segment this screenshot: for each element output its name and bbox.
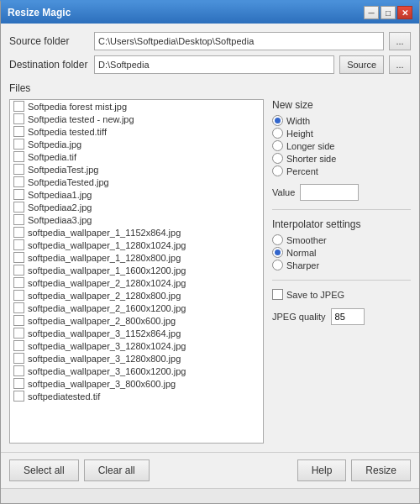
bottom-right-buttons: Help Resize	[297, 459, 411, 481]
file-checkbox[interactable]	[13, 328, 24, 339]
file-checkbox[interactable]	[13, 265, 24, 276]
list-item[interactable]: SoftpediaTested.jpg	[10, 176, 263, 188]
list-item[interactable]: softpedia_wallpaper_2_1600x1200.jpg	[10, 302, 263, 314]
list-item[interactable]: softpedia_wallpaper_3_1600x1200.jpg	[10, 365, 263, 377]
file-name: softpedia_wallpaper_2_1280x800.jpg	[28, 291, 181, 301]
file-checkbox[interactable]	[13, 353, 24, 364]
file-checkbox[interactable]	[13, 365, 24, 376]
right-panel: New size WidthHeightLonger sideShorter s…	[272, 99, 411, 444]
files-section-label: Files	[9, 82, 411, 94]
radio-button[interactable]	[272, 234, 283, 245]
file-checkbox[interactable]	[13, 277, 24, 288]
interpolator-option[interactable]: Normal	[272, 246, 411, 259]
radio-button[interactable]	[272, 153, 283, 164]
main-window: Resize Magic ─ □ ✕ Source folder ... Des…	[0, 0, 420, 504]
file-checkbox[interactable]	[13, 176, 24, 187]
source-folder-label: Source folder	[9, 35, 89, 47]
file-checkbox[interactable]	[13, 239, 24, 250]
content-area: Source folder ... Destination folder Sou…	[1, 24, 419, 452]
resize-button[interactable]: Resize	[351, 459, 411, 481]
file-checkbox[interactable]	[13, 101, 24, 112]
value-label: Value	[272, 187, 295, 197]
bottom-bar: Select all Clear all Help Resize	[1, 452, 419, 488]
list-item[interactable]: Softpedia tested.tiff	[10, 125, 263, 138]
list-item[interactable]: Softpedia tested - new.jpg	[10, 113, 263, 125]
file-checkbox[interactable]	[13, 252, 24, 263]
file-checkbox[interactable]	[13, 139, 24, 150]
jpeg-quality-input[interactable]	[331, 308, 365, 325]
radio-button[interactable]	[272, 165, 283, 176]
file-checkbox[interactable]	[13, 315, 24, 326]
radio-button[interactable]	[272, 260, 283, 270]
list-item[interactable]: softpedia_wallpaper_3_800x600.jpg	[10, 377, 263, 390]
radio-button[interactable]	[272, 128, 283, 139]
radio-label: Smoother	[286, 235, 327, 245]
select-all-button[interactable]: Select all	[9, 459, 79, 481]
maximize-button[interactable]: □	[381, 6, 396, 19]
interpolator-option[interactable]: Smoother	[272, 234, 411, 246]
new-size-option[interactable]: Longer side	[272, 139, 411, 152]
radio-button[interactable]	[272, 247, 283, 258]
source-folder-input[interactable]	[94, 32, 384, 50]
list-item[interactable]: SoftpediaTest.jpg	[10, 163, 263, 176]
file-checkbox[interactable]	[13, 302, 24, 313]
title-bar: Resize Magic ─ □ ✕	[1, 2, 419, 24]
file-list[interactable]: Softpedia forest mist.jpgSoftpedia teste…	[9, 99, 264, 444]
save-jpeg-checkbox[interactable]	[272, 289, 283, 300]
destination-folder-label: Destination folder	[9, 59, 89, 71]
list-item[interactable]: softpedia_wallpaper_1_1280x800.jpg	[10, 251, 263, 264]
list-item[interactable]: Softpedia.jpg	[10, 138, 263, 150]
new-size-option[interactable]: Height	[272, 127, 411, 139]
file-name: SoftpediaTested.jpg	[28, 177, 109, 187]
source-browse-button[interactable]: ...	[389, 32, 411, 50]
file-checkbox[interactable]	[13, 126, 24, 137]
list-item[interactable]: softpediatested.tif	[10, 390, 263, 402]
destination-folder-input[interactable]	[94, 55, 334, 74]
help-button[interactable]: Help	[297, 459, 347, 481]
close-button[interactable]: ✕	[397, 6, 412, 19]
list-item[interactable]: softpedia_wallpaper_2_800x600.jpg	[10, 314, 263, 327]
file-checkbox[interactable]	[13, 164, 24, 175]
minimize-button[interactable]: ─	[364, 6, 379, 19]
radio-button[interactable]	[272, 115, 283, 126]
file-checkbox[interactable]	[13, 214, 24, 225]
file-checkbox[interactable]	[13, 378, 24, 389]
file-checkbox[interactable]	[13, 151, 24, 162]
file-checkbox[interactable]	[13, 290, 24, 301]
list-item[interactable]: softpedia_wallpaper_1_1600x1200.jpg	[10, 264, 263, 276]
file-name: Softpediaa1.jpg	[28, 190, 92, 200]
interpolator-option[interactable]: Sharper	[272, 259, 411, 271]
radio-label: Normal	[286, 248, 316, 258]
list-item[interactable]: softpedia_wallpaper_3_1152x864.jpg	[10, 327, 263, 339]
clear-all-button[interactable]: Clear all	[84, 459, 150, 481]
file-checkbox[interactable]	[13, 113, 24, 124]
value-input[interactable]	[300, 184, 359, 201]
new-size-option[interactable]: Shorter side	[272, 152, 411, 165]
list-item[interactable]: Softpedia.tif	[10, 150, 263, 163]
new-size-option[interactable]: Width	[272, 114, 411, 127]
radio-button[interactable]	[272, 140, 283, 151]
source-button[interactable]: Source	[339, 55, 384, 74]
file-checkbox[interactable]	[13, 189, 24, 200]
list-item[interactable]: Softpediaa2.jpg	[10, 201, 263, 213]
file-checkbox[interactable]	[13, 202, 24, 213]
file-checkbox[interactable]	[13, 391, 24, 402]
list-item[interactable]: Softpedia forest mist.jpg	[10, 100, 263, 113]
list-item[interactable]: softpedia_wallpaper_3_1280x1024.jpg	[10, 339, 263, 352]
radio-label: Shorter side	[286, 154, 336, 164]
window-title: Resize Magic	[8, 7, 71, 18]
file-checkbox[interactable]	[13, 227, 24, 238]
radio-label: Percent	[286, 166, 318, 176]
list-item[interactable]: softpedia_wallpaper_2_1280x1024.jpg	[10, 276, 263, 289]
destination-browse-button[interactable]: ...	[389, 55, 411, 74]
list-item[interactable]: softpedia_wallpaper_1_1152x864.jpg	[10, 226, 263, 239]
list-item[interactable]: softpedia_wallpaper_2_1280x800.jpg	[10, 289, 263, 302]
radio-label: Width	[286, 116, 310, 126]
list-item[interactable]: Softpediaa3.jpg	[10, 213, 263, 226]
file-checkbox[interactable]	[13, 340, 24, 351]
radio-label: Longer side	[286, 141, 335, 151]
new-size-option[interactable]: Percent	[272, 165, 411, 177]
list-item[interactable]: softpedia_wallpaper_1_1280x1024.jpg	[10, 239, 263, 251]
list-item[interactable]: softpedia_wallpaper_3_1280x800.jpg	[10, 352, 263, 365]
list-item[interactable]: Softpediaa1.jpg	[10, 188, 263, 201]
